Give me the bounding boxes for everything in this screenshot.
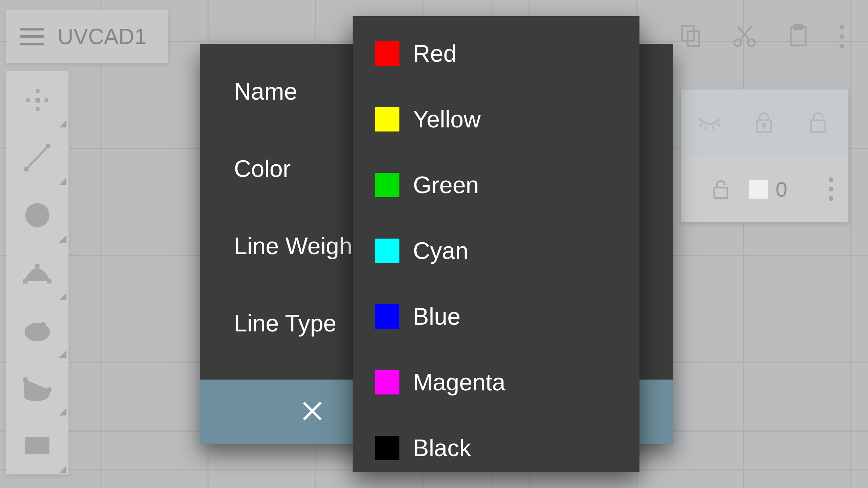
swatch-icon <box>375 436 399 460</box>
color-option-label: Blue <box>413 303 460 330</box>
color-option-label: Red <box>413 40 456 67</box>
color-dropdown: Red Yellow Green Cyan Blue Magenta Black <box>353 16 639 472</box>
color-option-red[interactable]: Red <box>375 40 639 67</box>
color-option-label: Green <box>413 171 479 199</box>
color-option-yellow[interactable]: Yellow <box>375 106 639 133</box>
color-option-label: Black <box>413 434 471 462</box>
close-icon[interactable] <box>302 401 323 423</box>
color-option-label: Yellow <box>413 106 481 133</box>
swatch-icon <box>375 41 399 66</box>
swatch-icon <box>375 173 399 197</box>
color-option-green[interactable]: Green <box>375 171 639 199</box>
color-option-cyan[interactable]: Cyan <box>375 237 639 264</box>
swatch-icon <box>375 239 399 263</box>
color-option-black[interactable]: Black <box>375 434 639 462</box>
color-option-magenta[interactable]: Magenta <box>375 369 639 396</box>
swatch-icon <box>375 304 399 329</box>
color-option-blue[interactable]: Blue <box>375 303 639 330</box>
swatch-icon <box>375 370 399 394</box>
color-option-label: Cyan <box>413 237 468 264</box>
swatch-icon <box>375 107 399 131</box>
color-option-label: Magenta <box>413 369 505 396</box>
